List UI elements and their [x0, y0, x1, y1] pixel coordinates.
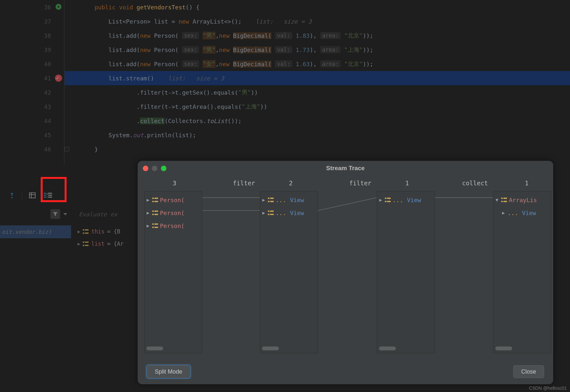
code-text: , [216, 32, 219, 39]
chevron-right-icon[interactable]: ▶ [78, 229, 80, 234]
list-item[interactable]: ▼ArrayLis [495, 193, 550, 206]
list-item[interactable]: ▶Person( [146, 219, 201, 232]
string: "女" [203, 60, 216, 68]
list-item[interactable]: ▶... View [261, 206, 316, 219]
variable-row[interactable]: ▶this = {B [78, 225, 142, 238]
horizontal-scrollbar[interactable] [146, 346, 163, 350]
run-gutter-icon[interactable] [55, 3, 62, 10]
table-view-icon[interactable] [27, 190, 38, 201]
close-button[interactable]: Close [513, 365, 544, 378]
view-link[interactable]: View [407, 197, 421, 203]
chevron-right-icon[interactable]: ▶ [261, 197, 266, 202]
kw: new [140, 46, 154, 53]
chevron-right-icon[interactable]: ▶ [78, 241, 80, 246]
code-text: System. [109, 132, 133, 139]
svg-rect-23 [154, 198, 158, 199]
chevron-right-icon[interactable]: ▶ [378, 197, 383, 202]
stage-panel-filter1[interactable]: ▶... View ▶... View [260, 191, 318, 353]
stage-op: filter [220, 180, 268, 187]
line-number: 38 [44, 32, 51, 39]
chevron-right-icon[interactable]: ▶ [146, 197, 150, 202]
frame-row[interactable]: oit.vendor.biz) [0, 225, 71, 238]
split-mode-button[interactable]: Split Mode [147, 365, 190, 378]
chevron-right-icon[interactable]: ▶ [146, 210, 150, 215]
string: "上海" [242, 103, 260, 110]
code-text: )) [251, 89, 258, 96]
svg-rect-22 [152, 198, 154, 199]
gutter: 36 37 38 39 40 41 42 43 44 45 46 − [0, 0, 65, 165]
stage-panel-collect[interactable]: ▼ArrayLis ▶... View [493, 191, 551, 353]
kw: new [179, 18, 193, 25]
line-number: 42 [44, 89, 51, 96]
stage-panel-filter2[interactable]: ▶... View [377, 191, 435, 353]
list-item[interactable]: ▶... View [378, 193, 433, 206]
kw: new [140, 32, 154, 39]
annotation-highlight-box [41, 177, 67, 202]
connector-line [435, 191, 493, 211]
svg-rect-11 [85, 229, 89, 231]
kw: new [219, 46, 233, 53]
chevron-right-icon[interactable]: ▶ [146, 223, 150, 228]
code-text: list.add( [109, 46, 140, 53]
horizontal-scrollbar[interactable] [379, 346, 396, 350]
stage-panel-source[interactable]: ▶Person( ▶Person( ▶Person( [144, 191, 202, 353]
line-number: 45 [44, 132, 51, 139]
svg-rect-45 [387, 201, 391, 202]
code-text: )); [363, 46, 374, 53]
field-icon [501, 198, 507, 202]
connector-line [202, 191, 260, 230]
frames-list[interactable]: oit.vendor.biz) [0, 225, 71, 238]
chevron-right-icon[interactable]: ▶ [501, 210, 506, 215]
step-into-icon[interactable] [6, 190, 17, 201]
svg-line-20 [318, 198, 377, 211]
param-hint: sex: [182, 46, 199, 53]
line-number: 37 [44, 18, 51, 25]
watermark-text: CSDN @hellosc01 [529, 386, 567, 391]
field-icon [83, 229, 89, 234]
fold-icon[interactable]: − [65, 147, 69, 151]
breakpoint-icon[interactable] [55, 75, 62, 82]
line-number: 43 [44, 103, 51, 110]
horizontal-scrollbar[interactable] [495, 346, 512, 350]
code-text: )) [260, 103, 267, 110]
svg-rect-24 [152, 201, 154, 202]
stage-count: 1 [388, 180, 427, 187]
code-text: Person( [154, 46, 179, 53]
stream-stages: 3 filter 2 filter 1 collect 1 ▶Person( ▶… [142, 180, 549, 359]
field-icon [152, 211, 158, 215]
param-hint: sex: [182, 32, 199, 39]
svg-rect-38 [268, 211, 269, 212]
svg-rect-25 [154, 201, 158, 202]
variable-row[interactable]: ▶list = {Ar [78, 238, 142, 250]
horizontal-scrollbar[interactable] [262, 346, 279, 350]
svg-rect-34 [268, 198, 269, 199]
chevron-right-icon[interactable]: ▶ [261, 210, 266, 215]
dropdown-icon[interactable] [63, 213, 67, 215]
svg-rect-35 [270, 198, 274, 199]
method-name: getVendorsTest [137, 4, 186, 11]
code-editor[interactable]: 36 37 38 39 40 41 42 43 44 45 46 − publi… [0, 0, 570, 165]
chevron-down-icon[interactable]: ▼ [495, 197, 499, 202]
list-item[interactable]: ▶Person( [146, 193, 201, 206]
view-link[interactable]: View [290, 197, 304, 203]
filter-icon[interactable] [50, 209, 60, 219]
code-text: ArrayList<>(); [193, 18, 242, 25]
code-text: () { [185, 4, 199, 11]
number: 1.73 [296, 46, 310, 53]
code-area[interactable]: public void getVendorsTest() { List<Pers… [65, 0, 570, 165]
view-link[interactable]: View [290, 210, 304, 216]
string: "上海" [344, 46, 363, 54]
inlay-hint: list: [256, 18, 273, 25]
code-text: Person( [154, 61, 179, 67]
variables-tree[interactable]: ▶this = {B ▶list = {Ar [78, 225, 142, 250]
evaluate-expression-input[interactable]: Evaluate ex [74, 207, 117, 222]
code-text: BigDecimal( [233, 32, 271, 39]
field-icon [83, 242, 89, 246]
dialog-titlebar[interactable]: Stream Trace [138, 161, 553, 176]
connector-line [318, 191, 377, 230]
line-number: 41 [44, 75, 51, 82]
list-item[interactable]: ▶... View [261, 193, 316, 206]
list-item[interactable]: ▶... View [495, 206, 550, 219]
view-link[interactable]: View [522, 210, 536, 216]
list-item[interactable]: ▶Person( [146, 206, 201, 219]
